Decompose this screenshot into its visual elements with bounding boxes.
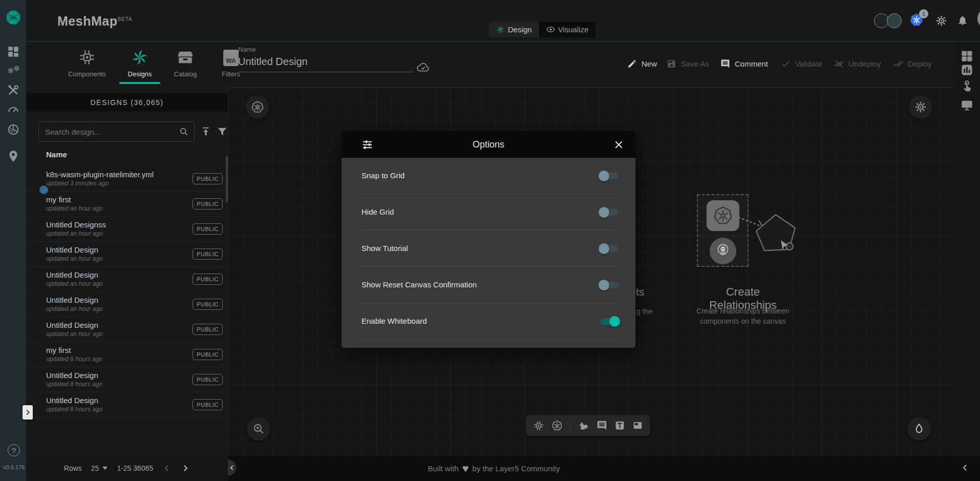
mode-design-label: Design <box>508 25 532 34</box>
tab-designs[interactable]: Designs <box>116 49 164 78</box>
toggle-knob <box>599 171 609 181</box>
kubernetes-wheel-icon[interactable] <box>551 420 563 431</box>
components-chip-icon[interactable] <box>533 420 544 431</box>
design-name: k8s-wasm-plugin-ratelimiter.yml <box>46 170 154 179</box>
catalog-drawer-icon <box>177 49 194 66</box>
tab-components[interactable]: Components <box>63 49 111 78</box>
zoom-in-fab[interactable] <box>247 417 270 441</box>
visibility-badge: PUBLIC <box>193 248 223 260</box>
list-scrollbar[interactable] <box>226 156 228 202</box>
user-avatar[interactable] <box>977 8 980 29</box>
pagination-range: 1-25 36065 <box>117 464 153 472</box>
design-list-item[interactable]: Untitled Design updated an hour ago PUBL… <box>26 267 228 292</box>
design-list-item[interactable]: my first updated an hour ago PUBLIC <box>26 192 228 217</box>
show-tutorial-toggle[interactable] <box>599 243 620 254</box>
help-button[interactable]: ? <box>8 444 20 456</box>
monitor-display-icon[interactable] <box>960 98 974 112</box>
design-list-item[interactable]: k8s-wasm-plugin-ratelimiter.yml updated … <box>26 166 228 192</box>
kubernetes-context-fab[interactable] <box>246 95 269 119</box>
comment-button[interactable]: Comment <box>720 59 768 69</box>
rail-divider <box>0 38 26 39</box>
save-as-button[interactable]: Save As <box>667 59 709 69</box>
reset-canvas-confirmation-toggle[interactable] <box>599 280 620 290</box>
mascot-node-circle <box>710 238 736 264</box>
filter-funnel-icon[interactable] <box>217 126 228 137</box>
ink-drop-fab[interactable] <box>907 417 931 441</box>
next-page-icon[interactable] <box>181 464 190 473</box>
search-icon[interactable] <box>179 127 189 137</box>
notifications-bell-icon[interactable] <box>957 15 968 26</box>
new-button[interactable]: New <box>627 59 657 69</box>
widgets-grid-icon[interactable] <box>960 49 974 63</box>
octopus-mascot-icon <box>713 241 733 261</box>
toggle-knob <box>599 207 609 218</box>
shapes-icon[interactable] <box>578 420 589 431</box>
settings-gear-icon[interactable] <box>935 15 947 27</box>
canvas-settings-fab[interactable] <box>909 95 932 119</box>
toolbox-icon[interactable] <box>7 83 20 97</box>
deploy-button[interactable]: Deploy <box>893 59 932 69</box>
pencil-icon <box>627 59 637 69</box>
comment-bubble-icon[interactable] <box>596 420 607 431</box>
mode-design-button[interactable]: Design <box>489 22 539 37</box>
options-modal: Options Snap to Grid Hide Grid Show Tuto… <box>342 131 635 348</box>
options-modal-header: Options <box>342 131 635 158</box>
collaborator-avatar[interactable] <box>887 13 902 28</box>
chart-panel-icon[interactable] <box>960 63 974 77</box>
validate-button[interactable]: Validate <box>781 59 822 69</box>
service-mesh-pie-icon[interactable] <box>7 123 20 136</box>
row-divider <box>360 339 617 340</box>
design-name: Untitled Design <box>46 270 98 279</box>
left-nav-rail: ? v0.6.176 <box>0 0 26 481</box>
meshmap-pin-icon[interactable] <box>7 150 20 163</box>
kubernetes-node-tile <box>707 200 739 231</box>
layer5-logo-icon[interactable] <box>5 9 22 26</box>
beta-badge: BETA <box>117 16 132 22</box>
media-image-icon[interactable] <box>632 420 643 431</box>
option-row-reset-canvas-confirmation: Show Reset Canvas Confirmation <box>342 267 635 303</box>
design-list-item[interactable]: my first updated 6 hours ago PUBLIC <box>26 342 228 367</box>
rows-per-page-select[interactable]: 25 <box>91 464 108 472</box>
design-list-item[interactable]: Untitled Design updated 8 hours ago PUBL… <box>26 392 228 417</box>
active-tab-underline <box>119 82 160 84</box>
design-updated: updated an hour ago <box>46 255 103 262</box>
prev-page-icon[interactable] <box>162 464 172 473</box>
floppy-icon <box>667 59 676 69</box>
cloud-saved-icon <box>416 60 430 74</box>
design-list-item[interactable]: Untitled Design updated an hour ago PUBL… <box>26 317 228 342</box>
meshmap-spiral-icon <box>496 25 505 34</box>
option-label: Snap to Grid <box>361 171 404 180</box>
tab-catalog[interactable]: Catalog <box>161 49 209 78</box>
app-title-text: MeshMap <box>57 14 117 28</box>
onboarding-subtitle-line1: Create relationships between <box>666 306 820 316</box>
text-tool-icon[interactable] <box>614 420 625 431</box>
visibility-badge: PUBLIC <box>193 399 223 410</box>
hide-grid-toggle[interactable] <box>599 207 620 218</box>
design-list-item[interactable]: Untitled Design updated an hour ago PUBL… <box>26 242 228 267</box>
design-list-item[interactable]: Untitled Designss updated an hour ago PU… <box>26 217 228 242</box>
close-icon[interactable] <box>613 139 624 150</box>
designs-spiral-icon <box>131 49 148 66</box>
design-name: Untitled Design <box>46 321 98 329</box>
search-input[interactable] <box>39 128 179 136</box>
visibility-badge: PUBLIC <box>193 223 223 235</box>
design-list-item[interactable]: Untitled Design updated 8 hours ago PUBL… <box>26 367 228 392</box>
right-tool-rail <box>954 41 980 481</box>
tab-filters[interactable]: WA Filters <box>207 49 255 78</box>
touch-interaction-icon[interactable] <box>960 78 974 92</box>
snap-to-grid-toggle[interactable] <box>599 171 620 181</box>
canvas-footer: Built with ♥ by the Layer5 Community <box>228 456 980 481</box>
undeploy-button[interactable]: Undeploy <box>834 59 881 69</box>
design-updated: updated 8 hours ago <box>46 381 102 388</box>
dashboard-icon[interactable] <box>7 45 20 58</box>
mode-visualize-button[interactable]: Visualize <box>539 22 596 37</box>
import-design-icon[interactable] <box>200 126 211 137</box>
expand-sidebar-button[interactable] <box>23 405 33 420</box>
enable-whiteboard-toggle[interactable] <box>599 316 620 327</box>
collapse-right-chevron-icon[interactable] <box>961 463 970 472</box>
performance-gauge-icon[interactable] <box>7 102 20 116</box>
visibility-badge: PUBLIC <box>193 173 223 184</box>
lifecycle-gears-icon[interactable] <box>7 65 20 78</box>
design-name-input[interactable] <box>238 55 413 72</box>
design-list-item[interactable]: Untitled Design updated an hour ago PUBL… <box>26 292 228 317</box>
